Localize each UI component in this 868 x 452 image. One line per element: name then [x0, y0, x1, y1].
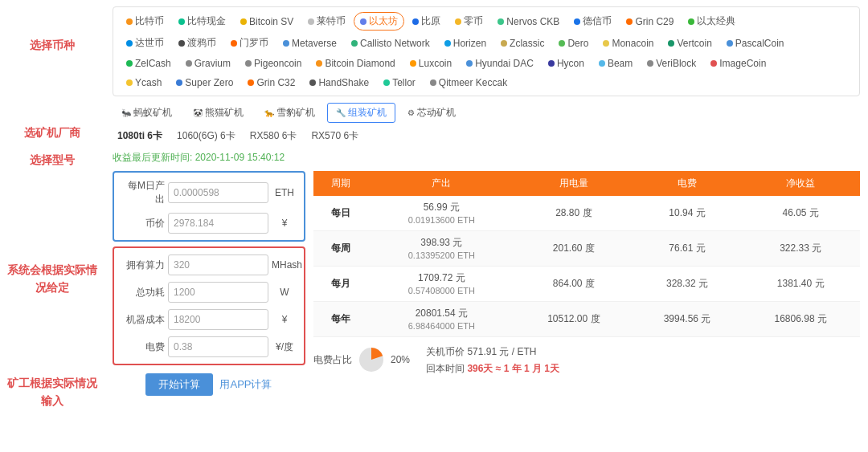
coin-dot-icon: [245, 60, 252, 67]
miner-brand-name: 蚂蚁矿机: [133, 106, 172, 120]
miner-brand-tab[interactable]: ⚙芯动矿机: [399, 103, 465, 123]
system-label: 系统会根据实际情况给定: [4, 255, 100, 303]
model-tab[interactable]: RX580 6卡: [245, 128, 302, 145]
coin-name: 比特币: [135, 14, 164, 28]
coin-item[interactable]: Zclassic: [494, 35, 551, 51]
coin-dot-icon: [383, 79, 390, 86]
coin-item[interactable]: Callisto Network: [345, 35, 436, 51]
coin-name: Zclassic: [510, 38, 544, 49]
model-tab[interactable]: 1060(6G) 6卡: [172, 128, 240, 145]
table-cell: 398.93 元0.13395200 ETH: [369, 231, 514, 267]
coin-item[interactable]: Bitcoin SV: [234, 14, 300, 30]
model-select-label: 选择型号: [4, 147, 100, 174]
coin-item[interactable]: 比特币: [120, 12, 170, 31]
machine-cost-input[interactable]: [168, 309, 268, 330]
coin-item[interactable]: ZelCash: [120, 55, 178, 71]
coin-item[interactable]: 比特现金: [172, 12, 232, 31]
coin-item[interactable]: Ycash: [120, 75, 168, 91]
coin-item[interactable]: Super Zero: [170, 75, 240, 91]
power-input[interactable]: [168, 282, 268, 303]
model-tab[interactable]: RX570 6卡: [306, 128, 363, 145]
coin-item[interactable]: 以太坊: [354, 12, 404, 31]
electricity-input[interactable]: [168, 336, 268, 357]
coin-item[interactable]: VeriBlock: [641, 55, 702, 71]
coin-item[interactable]: 比原: [406, 12, 447, 31]
coin-item[interactable]: Tellor: [377, 75, 422, 91]
coin-item[interactable]: Qitmeer Keccak: [424, 75, 514, 91]
form-section: 每M日产出 ETH 币价 ¥ 拥有算力 MHash: [113, 171, 305, 396]
coin-price-input[interactable]: [168, 213, 268, 234]
coin-item[interactable]: Dero: [552, 35, 595, 51]
coin-item[interactable]: ImageCoin: [704, 55, 772, 71]
miner-brand-tab[interactable]: 🐜蚂蚁矿机: [113, 103, 181, 123]
table-cell: 1709.72 元0.57408000 ETH: [369, 267, 514, 302]
coin-item[interactable]: 渡鸦币: [172, 34, 223, 52]
coin-item[interactable]: Pigeoncoin: [239, 55, 308, 71]
table-cell: 46.05 元: [741, 196, 860, 231]
coin-name: Monacoin: [612, 38, 653, 49]
coin-item[interactable]: Horizen: [438, 35, 493, 51]
coin-item[interactable]: 莱特币: [301, 12, 352, 31]
coin-name: Vertcoin: [677, 38, 711, 49]
miner-brand-label: 选矿机厂商: [4, 120, 100, 147]
coin-item[interactable]: Luxcoin: [403, 55, 458, 71]
coin-dot-icon: [126, 60, 133, 67]
coin-item[interactable]: PascalCoin: [720, 35, 791, 51]
coin-item[interactable]: HandShake: [303, 75, 375, 91]
coin-dot-icon: [710, 60, 717, 67]
coin-item[interactable]: Beam: [592, 55, 639, 71]
coin-item[interactable]: Metaverse: [276, 35, 343, 51]
coin-item[interactable]: Grin C32: [241, 75, 301, 91]
table-cell: 56.99 元0.01913600 ETH: [369, 196, 514, 231]
calc-button[interactable]: 开始计算: [145, 373, 213, 396]
coin-item[interactable]: Monacoin: [596, 35, 660, 51]
shutdown-price-row: 关机币价 571.91 元 / ETH: [426, 345, 559, 359]
coin-dot-icon: [126, 79, 133, 86]
system-form: 每M日产出 ETH 币价 ¥: [113, 171, 305, 242]
table-cell: 20801.54 元6.98464000 ETH: [369, 302, 514, 337]
miner-brand-tab[interactable]: 🔧组装矿机: [327, 103, 395, 123]
elec-ratio-value: 20%: [391, 354, 410, 365]
results-section: 周期产出用电量电费净收益每日56.99 元0.01913600 ETH28.80…: [313, 171, 860, 396]
elec-ratio-label: 电费占比: [313, 353, 352, 367]
coin-dot-icon: [176, 79, 182, 86]
coin-item[interactable]: 德信币: [567, 12, 618, 31]
table-cell: 每日: [313, 196, 369, 231]
table-cell: 每周: [313, 231, 369, 267]
hashrate-input[interactable]: [168, 255, 268, 275]
coin-item[interactable]: Hyundai DAC: [460, 55, 540, 71]
coin-dot-icon: [126, 18, 133, 25]
miner-brand-tab[interactable]: 🐆雪豹矿机: [256, 103, 324, 123]
coin-item[interactable]: 零币: [448, 12, 489, 31]
coin-dot-icon: [647, 60, 653, 67]
table-row: 每日56.99 元0.01913600 ETH28.80 度10.94 元46.…: [313, 196, 860, 231]
coin-item[interactable]: Hycon: [542, 55, 591, 71]
coin-name: 以太经典: [697, 14, 735, 28]
form-buttons: 开始计算 用APP计算: [113, 373, 305, 396]
table-cell: 328.32 元: [633, 267, 742, 302]
coin-name: 渡鸦币: [187, 36, 216, 50]
model-tabs: 1080ti 6卡1060(6G) 6卡RX580 6卡RX570 6卡: [113, 128, 860, 145]
model-tab[interactable]: 1080ti 6卡: [113, 128, 167, 145]
coin-item[interactable]: 门罗币: [224, 34, 275, 52]
coin-price-label: 币价: [121, 217, 165, 230]
power-unit: W: [272, 287, 297, 298]
app-calc-button[interactable]: 用APP计算: [219, 373, 272, 396]
coin-item[interactable]: Bitcoin Diamond: [309, 55, 401, 71]
miner-brand-name: 雪豹矿机: [276, 106, 315, 120]
coin-item[interactable]: Gravium: [179, 55, 237, 71]
coin-item[interactable]: Vertcoin: [661, 35, 718, 51]
table-header: 周期: [313, 171, 369, 196]
left-labels: 选择币种 选矿机厂商 选择型号 系统会根据实际情况给定 矿工根据实际情况输入: [0, 0, 104, 452]
table-cell: 28.80 度: [514, 196, 633, 231]
miner-brand-name: 组装矿机: [348, 106, 387, 120]
payback-highlight: 396天 ≈ 1 年 1 月 1天: [467, 363, 559, 374]
miner-brand-tab[interactable]: 🐼熊猫矿机: [184, 103, 252, 123]
daily-output-input[interactable]: [168, 182, 268, 203]
coin-item[interactable]: Grin C29: [620, 14, 680, 30]
machine-cost-row: 机器成本 ¥: [121, 309, 297, 330]
coin-item[interactable]: 以太经典: [682, 12, 742, 31]
coin-name: Grin C29: [635, 16, 674, 27]
coin-item[interactable]: Nervos CKB: [491, 14, 566, 30]
coin-item[interactable]: 达世币: [120, 34, 170, 52]
